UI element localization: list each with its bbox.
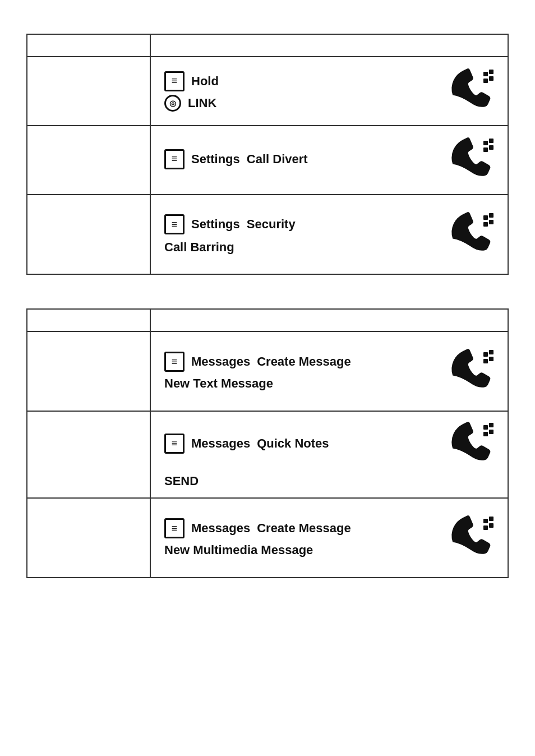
svg-rect-15 [489, 357, 494, 361]
svg-rect-12 [483, 352, 488, 357]
row-right-5: ≡ Messages Quick Notes [151, 412, 508, 497]
link-label: LINK [188, 96, 216, 110]
svg-rect-0 [483, 72, 488, 76]
new-text-message-label: New Text Message [164, 376, 273, 391]
row-line2-6: New Multimedia Message [164, 543, 446, 557]
row-right-3: ≡ Settings Security Call Barring [151, 195, 508, 274]
phone-icon-5 [446, 421, 496, 468]
header-row-2 [27, 310, 508, 332]
phone-icon-6 [446, 514, 496, 562]
svg-rect-18 [483, 432, 488, 436]
table-row: ≡ Settings Call Divert [27, 126, 508, 195]
row-left-3 [27, 195, 151, 274]
row-line1-4: ≡ Messages Create Message [164, 352, 446, 372]
row-content-4: ≡ Messages Create Message New Text Messa… [164, 352, 446, 391]
svg-rect-6 [483, 147, 488, 152]
svg-rect-23 [489, 523, 494, 528]
settings-label-2: Settings [191, 217, 240, 232]
svg-rect-19 [489, 430, 494, 434]
svg-rect-3 [489, 76, 494, 81]
table-row: ≡ Hold ◎ LINK [27, 57, 508, 126]
circle-icon: ◎ [164, 95, 181, 112]
row-line1-3: ≡ Settings Security [164, 214, 446, 234]
svg-rect-17 [489, 423, 494, 427]
row-line2-1: ◎ LINK [164, 95, 446, 112]
svg-rect-10 [483, 222, 488, 227]
row-left-6 [27, 499, 151, 577]
table-row: ≡ Messages Quick Notes [27, 412, 508, 499]
row-left-2 [27, 126, 151, 194]
row-right-4: ≡ Messages Create Message New Text Messa… [151, 332, 508, 411]
svg-rect-13 [489, 350, 494, 354]
row-line1-6: ≡ Messages Create Message [164, 518, 446, 538]
phone-icon-4 [446, 348, 496, 395]
menu-icon-6: ≡ [164, 518, 185, 538]
messages-label-1: Messages [191, 354, 250, 369]
svg-rect-4 [483, 141, 488, 145]
svg-rect-9 [489, 213, 494, 218]
create-message-label-2: Create Message [257, 521, 351, 536]
row-left-5 [27, 412, 151, 497]
row-line2-3: Call Barring [164, 240, 446, 255]
svg-rect-8 [483, 215, 488, 220]
row-line2-4: New Text Message [164, 376, 446, 391]
row-left-1 [27, 57, 151, 125]
svg-rect-16 [483, 425, 488, 430]
section-1: ≡ Hold ◎ LINK [26, 34, 509, 275]
row-left-4 [27, 332, 151, 411]
row-line1-5: ≡ Messages Quick Notes [164, 434, 446, 454]
row-content-3: ≡ Settings Security Call Barring [164, 214, 446, 255]
table-row: ≡ Messages Create Message New Text Messa… [27, 332, 508, 412]
svg-rect-5 [489, 139, 494, 143]
row-line1-2: ≡ Settings Call Divert [164, 149, 446, 169]
row-content-6: ≡ Messages Create Message New Multimedia… [164, 518, 446, 557]
row-right-2: ≡ Settings Call Divert [151, 126, 508, 194]
menu-icon-5: ≡ [164, 434, 185, 454]
new-multimedia-message-label: New Multimedia Message [164, 543, 313, 557]
menu-icon: ≡ [164, 71, 185, 91]
menu-icon-3: ≡ [164, 214, 185, 234]
row-content-2: ≡ Settings Call Divert [164, 149, 446, 172]
menu-icon-4: ≡ [164, 352, 185, 372]
security-label: Security [247, 217, 296, 232]
settings-label-1: Settings [191, 152, 240, 167]
phone-icon-3 [446, 211, 496, 259]
svg-rect-20 [483, 519, 488, 523]
call-barring-label: Call Barring [164, 240, 234, 255]
phone-icon-2 [446, 136, 496, 184]
svg-rect-14 [483, 359, 488, 363]
svg-rect-7 [489, 145, 494, 150]
phone-icon-1 [446, 67, 496, 115]
table-row: ≡ Settings Security Call Barring [27, 195, 508, 274]
row-content-1: ≡ Hold ◎ LINK [164, 71, 446, 112]
svg-rect-1 [489, 70, 494, 74]
send-label: SEND [164, 474, 199, 488]
svg-rect-21 [489, 517, 494, 521]
section-2: ≡ Messages Create Message New Text Messa… [26, 308, 509, 578]
menu-icon-2: ≡ [164, 149, 185, 169]
messages-label-2: Messages [191, 436, 250, 451]
hold-label: Hold [191, 74, 219, 89]
row-line1-1: ≡ Hold [164, 71, 446, 91]
row-right-6: ≡ Messages Create Message New Multimedia… [151, 499, 508, 577]
table-row: ≡ Messages Create Message New Multimedia… [27, 499, 508, 577]
svg-rect-22 [483, 525, 488, 530]
svg-rect-11 [489, 220, 494, 224]
call-divert-label: Call Divert [247, 152, 308, 167]
quick-notes-label: Quick Notes [257, 436, 329, 451]
create-message-label-1: Create Message [257, 354, 351, 369]
messages-label-3: Messages [191, 521, 250, 536]
row-content-5: ≡ Messages Quick Notes [164, 434, 446, 456]
svg-rect-2 [483, 79, 488, 83]
row-right-1: ≡ Hold ◎ LINK [151, 57, 508, 125]
header-row-1 [27, 35, 508, 57]
